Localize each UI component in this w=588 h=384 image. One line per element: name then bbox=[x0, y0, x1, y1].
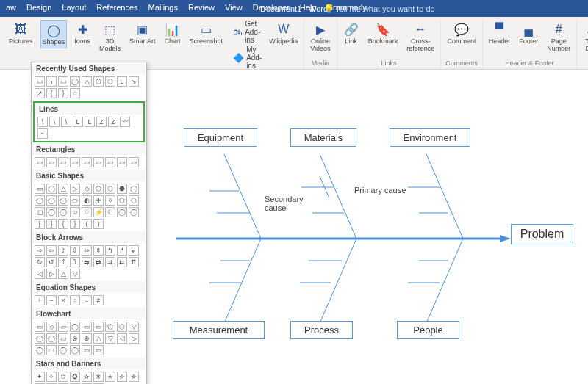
shape-item[interactable]: ◯ bbox=[35, 345, 45, 355]
shape-item[interactable]: ▭ bbox=[58, 76, 68, 87]
shape-item[interactable]: ↰ bbox=[105, 245, 115, 256]
shape-item[interactable]: ◯ bbox=[46, 184, 57, 194]
shapes-button[interactable]: ◯ Shapes bbox=[40, 20, 68, 48]
shape-item[interactable]: ⬭ bbox=[46, 345, 57, 355]
shape-item[interactable]: ☺ bbox=[70, 207, 80, 217]
shape-item[interactable]: ↺ bbox=[46, 257, 57, 267]
pictures-button[interactable]: 🖼 Pictures bbox=[7, 20, 35, 47]
box-environment[interactable]: Environment bbox=[390, 128, 470, 147]
get-addins-button[interactable]: 🛍Get Add-ins bbox=[233, 20, 262, 44]
shape-item[interactable]: ▷ bbox=[70, 184, 80, 194]
shape-item[interactable]: ▭ bbox=[93, 345, 104, 355]
shape-item[interactable]: ⬭ bbox=[70, 195, 80, 206]
shape-item[interactable]: ▭ bbox=[82, 322, 92, 332]
shape-item[interactable]: ( bbox=[82, 219, 92, 229]
online-videos-button[interactable]: ▶ Online Videos bbox=[309, 20, 331, 54]
shape-item[interactable]: [ bbox=[35, 219, 45, 229]
shape-item[interactable]: ↗ bbox=[35, 88, 45, 98]
shape-item[interactable]: ✬ bbox=[93, 372, 104, 382]
box-equipment[interactable]: Equipment bbox=[184, 128, 257, 147]
shape-item[interactable]: ↱ bbox=[117, 245, 127, 256]
shape-item[interactable]: ◯ bbox=[58, 345, 68, 355]
shape-line[interactable]: \ bbox=[61, 117, 71, 127]
shape-line[interactable]: Z bbox=[96, 117, 107, 127]
shape-item[interactable]: ▷ bbox=[46, 269, 57, 279]
shape-item[interactable]: ÷ bbox=[70, 295, 80, 305]
shape-item[interactable]: ✩ bbox=[58, 372, 68, 382]
3d-models-button[interactable]: ⬚ 3D Models bbox=[98, 20, 122, 54]
shape-item[interactable]: ◇ bbox=[82, 184, 92, 194]
tab-draw[interactable]: aw bbox=[6, 3, 16, 12]
shape-item[interactable]: ◯ bbox=[129, 184, 139, 194]
shape-item[interactable]: ✚ bbox=[93, 195, 104, 206]
shape-item[interactable]: { bbox=[58, 219, 68, 229]
tab-references[interactable]: References bbox=[96, 3, 137, 12]
shape-item[interactable]: ◯ bbox=[58, 195, 68, 206]
shape-item[interactable]: ⇨ bbox=[35, 245, 45, 256]
shape-item[interactable]: } bbox=[70, 219, 80, 229]
bookmark-button[interactable]: 🔖 Bookmark bbox=[367, 20, 400, 47]
shape-item[interactable]: ◯ bbox=[46, 195, 57, 206]
shape-line[interactable]: Z bbox=[108, 117, 118, 127]
tab-developer[interactable]: Developer bbox=[253, 3, 290, 12]
shape-item[interactable]: ] bbox=[46, 219, 57, 229]
my-addins-button[interactable]: 🔷My Add-ins bbox=[233, 46, 262, 70]
shape-item[interactable]: ⇆ bbox=[82, 257, 92, 267]
box-measurement[interactable]: Measurement bbox=[173, 321, 265, 339]
shape-item[interactable]: ⬡ bbox=[105, 76, 115, 87]
shape-item[interactable]: ◇ bbox=[46, 322, 57, 332]
shape-item[interactable]: ◻ bbox=[35, 207, 45, 217]
page-number-button[interactable]: # Page Number bbox=[545, 20, 572, 54]
shape-line[interactable]: \ bbox=[49, 117, 60, 127]
footer-button[interactable]: ▄ Footer bbox=[517, 20, 539, 47]
shape-item[interactable]: ▭ bbox=[35, 157, 45, 167]
shape-item[interactable]: ⇉ bbox=[105, 257, 115, 267]
shape-item[interactable]: ▽ bbox=[105, 333, 115, 344]
shape-item[interactable]: ⬠ bbox=[105, 322, 115, 332]
shape-item[interactable]: △ bbox=[58, 184, 68, 194]
shape-item[interactable]: ◐ bbox=[82, 195, 92, 206]
icons-button[interactable]: ✚ Icons bbox=[73, 20, 92, 47]
shape-item[interactable]: ▭ bbox=[58, 157, 68, 167]
shape-item[interactable]: ⊕ bbox=[82, 333, 92, 344]
crossref-button[interactable]: ↔ Cross- reference bbox=[405, 20, 436, 54]
shape-item[interactable]: ◯ bbox=[117, 207, 127, 217]
shape-item[interactable]: ⇇ bbox=[117, 257, 127, 267]
shape-item[interactable]: ✮ bbox=[117, 372, 127, 382]
shape-item[interactable]: ▭ bbox=[35, 76, 45, 87]
shape-item[interactable]: − bbox=[46, 295, 57, 305]
shape-item[interactable]: ▭ bbox=[93, 322, 104, 332]
shape-item[interactable]: ⚡ bbox=[93, 207, 104, 217]
shape-item[interactable]: ▭ bbox=[35, 184, 45, 194]
shape-item[interactable]: ▭ bbox=[105, 157, 115, 167]
shape-item[interactable]: ◯ bbox=[70, 76, 80, 87]
shape-item[interactable]: △ bbox=[82, 76, 92, 87]
shape-item[interactable]: ♡ bbox=[82, 207, 92, 217]
shape-item[interactable]: ☆ bbox=[70, 88, 80, 98]
shape-item[interactable]: ≠ bbox=[93, 295, 104, 305]
shape-item[interactable]: ◯ bbox=[58, 207, 68, 217]
shape-item[interactable]: ⇩ bbox=[70, 245, 80, 256]
shape-line[interactable]: L bbox=[73, 117, 83, 127]
shape-item[interactable]: ◯ bbox=[70, 345, 80, 355]
smartart-button[interactable]: ▣ SmartArt bbox=[128, 20, 157, 47]
shape-item[interactable]: ◁ bbox=[35, 269, 45, 279]
shape-item[interactable]: L bbox=[117, 76, 127, 87]
shape-item[interactable]: ✯ bbox=[129, 372, 139, 382]
shape-line[interactable]: ~ bbox=[37, 128, 48, 139]
header-button[interactable]: ▀ Header bbox=[487, 20, 512, 47]
shape-line[interactable]: 〰 bbox=[120, 117, 130, 127]
shape-line[interactable]: \ bbox=[37, 117, 48, 127]
shape-item[interactable]: ↻ bbox=[35, 257, 45, 267]
tab-design[interactable]: Design bbox=[26, 3, 51, 12]
shape-item[interactable]: ◯ bbox=[46, 333, 57, 344]
shape-item[interactable]: ⊗ bbox=[70, 333, 80, 344]
shape-item[interactable]: ▭ bbox=[117, 157, 127, 167]
tab-view[interactable]: View bbox=[225, 3, 243, 12]
shape-item[interactable]: ▭ bbox=[46, 157, 57, 167]
shape-item[interactable]: ▭ bbox=[93, 157, 104, 167]
shape-item[interactable]: ⬣ bbox=[117, 184, 127, 194]
shape-item[interactable]: ✭ bbox=[105, 372, 115, 382]
shape-item[interactable]: ⬡ bbox=[129, 195, 139, 206]
shape-item[interactable]: ⇔ bbox=[82, 245, 92, 256]
